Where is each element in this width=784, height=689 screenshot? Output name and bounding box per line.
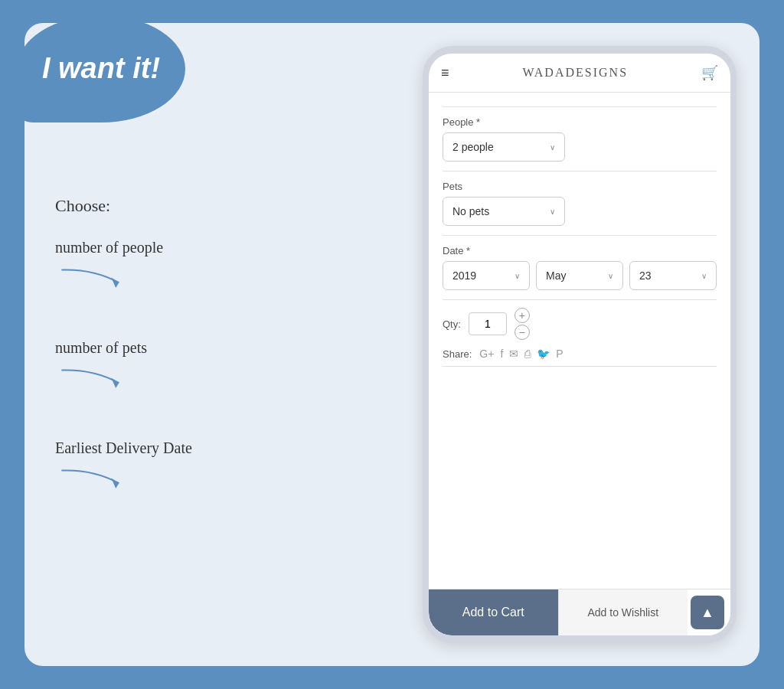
add-to-cart-button[interactable]: Add to Cart	[429, 589, 558, 635]
day-chevron-icon: ∨	[701, 272, 707, 280]
day-value: 23	[639, 269, 652, 282]
annotation-pets: number of pets	[55, 339, 331, 393]
people-select[interactable]: 2 people ∨	[443, 132, 565, 162]
share-email-icon[interactable]: ✉	[509, 348, 518, 360]
footer-row: Add to Cart Add to Wishlist ▲	[429, 589, 730, 635]
month-value: May	[546, 269, 566, 282]
title-bubble: I want it!	[17, 15, 185, 122]
people-select-value: 2 people	[452, 141, 494, 153]
date-field-label: Date *	[443, 245, 717, 256]
share-pinterest-icon[interactable]: P	[556, 348, 563, 360]
people-chevron-icon: ∨	[550, 143, 555, 152]
top-divider	[443, 106, 717, 107]
phone-footer: Add to Cart Add to Wishlist ▲	[429, 589, 730, 635]
page-title: I want it!	[34, 45, 168, 93]
date-arrow	[55, 463, 331, 494]
pets-select-value: No pets	[452, 205, 489, 217]
qty-minus-button[interactable]: −	[514, 325, 530, 340]
annotation-people-label: number of people	[55, 239, 331, 256]
phone-content[interactable]: People * 2 people ∨ Pets No pets ∨	[429, 93, 730, 589]
cart-icon[interactable]: 🛒	[701, 64, 718, 81]
svg-marker-1	[111, 377, 119, 387]
divider-2	[443, 235, 717, 236]
month-select[interactable]: May ∨	[536, 261, 623, 290]
svg-marker-2	[111, 478, 119, 488]
share-icons: G+ f ✉ ⎙ 🐦 P	[479, 348, 563, 360]
qty-row: Qty: + −	[443, 308, 717, 340]
share-facebook-icon[interactable]: f	[500, 348, 503, 360]
people-arrow	[55, 263, 331, 293]
annotation-pets-label: number of pets	[55, 339, 331, 357]
divider-4	[443, 366, 717, 367]
svg-marker-0	[111, 277, 119, 287]
year-chevron-icon: ∨	[514, 272, 520, 280]
pets-select[interactable]: No pets ∨	[443, 197, 565, 226]
day-select[interactable]: 23 ∨	[629, 261, 717, 290]
date-field-group: Date * 2019 ∨ May ∨ 23 ∨	[443, 245, 717, 290]
qty-label: Qty:	[443, 318, 461, 330]
qty-controls: + −	[514, 308, 530, 340]
pets-arrow	[55, 363, 331, 393]
date-arrow-svg	[55, 463, 132, 494]
scroll-up-button[interactable]: ▲	[691, 596, 724, 629]
share-label: Share:	[443, 348, 472, 360]
year-select[interactable]: 2019 ∨	[443, 261, 530, 290]
choose-label: Choose:	[55, 196, 331, 216]
share-print-icon[interactable]: ⎙	[524, 348, 531, 360]
share-row: Share: G+ f ✉ ⎙ 🐦 P	[443, 348, 717, 360]
share-twitter-icon[interactable]: 🐦	[537, 348, 550, 360]
annotation-people: number of people	[55, 239, 331, 293]
divider-3	[443, 299, 717, 300]
phone-header: ≡ WADADESIGNS 🛒	[429, 54, 730, 93]
month-chevron-icon: ∨	[608, 272, 613, 280]
people-arrow-svg	[55, 263, 132, 293]
pets-chevron-icon: ∨	[550, 207, 555, 216]
main-card: I want it! Choose: number of people numb…	[24, 23, 760, 666]
annotation-date: Earliest Delivery Date	[55, 439, 331, 494]
share-googleplus-icon[interactable]: G+	[479, 348, 494, 360]
date-row: 2019 ∨ May ∨ 23 ∨	[443, 261, 717, 290]
qty-plus-button[interactable]: +	[514, 308, 530, 323]
divider-1	[443, 171, 717, 171]
pets-field-label: Pets	[443, 181, 717, 192]
wishlist-button[interactable]: Add to Wishlist	[558, 589, 688, 635]
people-field-label: People *	[443, 116, 717, 128]
phone-mockup: ≡ WADADESIGNS 🛒 People * 2 people ∨	[423, 46, 737, 643]
annotation-date-label: Earliest Delivery Date	[55, 439, 331, 457]
phone-screen: ≡ WADADESIGNS 🛒 People * 2 people ∨	[429, 54, 730, 635]
hamburger-icon[interactable]: ≡	[441, 66, 449, 80]
year-value: 2019	[452, 269, 476, 282]
pets-field-group: Pets No pets ∨	[443, 181, 717, 226]
people-field-group: People * 2 people ∨	[443, 116, 717, 162]
pets-arrow-svg	[55, 363, 132, 393]
qty-input[interactable]	[469, 312, 507, 335]
store-name: WADADESIGNS	[522, 66, 628, 80]
